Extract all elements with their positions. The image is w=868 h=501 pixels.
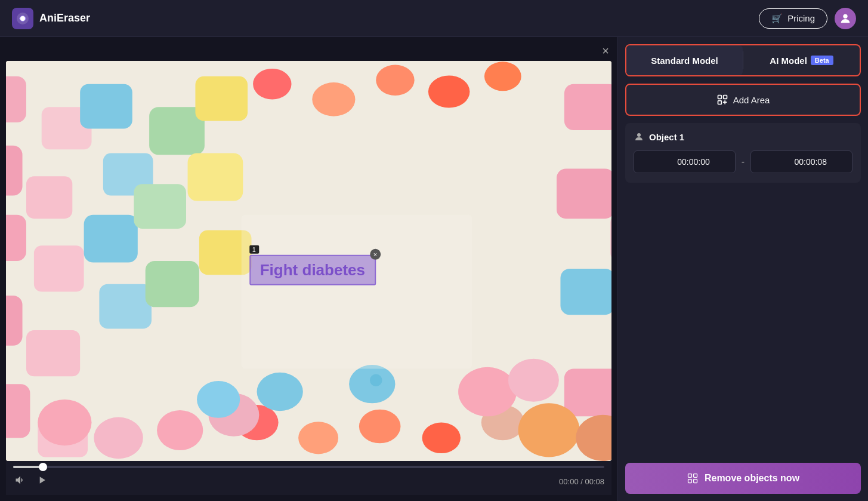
- video-progress-bar[interactable]: [13, 466, 604, 468]
- svg-rect-15: [80, 84, 132, 129]
- svg-point-47: [518, 403, 580, 457]
- model-selector: Standard Model AI Model Beta: [625, 44, 861, 76]
- avatar-icon: [839, 12, 852, 25]
- svg-point-44: [94, 417, 143, 459]
- close-video-button[interactable]: ×: [602, 44, 609, 58]
- svg-point-39: [298, 422, 338, 454]
- start-time-input[interactable]: [634, 151, 736, 173]
- start-time-group: ▲ ▼: [634, 150, 736, 173]
- video-container: 1 × Fight diabetes: [6, 61, 611, 461]
- svg-point-3: [843, 14, 847, 18]
- svg-point-34: [312, 82, 355, 116]
- svg-rect-31: [564, 368, 611, 416]
- svg-point-35: [376, 64, 414, 96]
- add-area-label: Add Area: [733, 95, 770, 105]
- svg-point-53: [458, 367, 517, 416]
- svg-point-49: [197, 381, 240, 418]
- app-header: AniEraser 🛒 Pricing: [0, 0, 868, 37]
- header-left: AniEraser: [12, 8, 90, 29]
- svg-rect-10: [34, 245, 84, 291]
- standard-model-label: Standard Model: [651, 56, 718, 66]
- volume-button[interactable]: [13, 473, 27, 490]
- video-background: 1 × Fight diabetes: [6, 61, 611, 461]
- object-card-1: Object 1 ▲ ▼ - ▲ ▼: [625, 123, 861, 183]
- svg-point-54: [508, 359, 559, 402]
- svg-point-59: [637, 133, 641, 137]
- pricing-label: Pricing: [787, 13, 815, 23]
- svg-point-40: [359, 410, 401, 444]
- controls-left: [13, 473, 49, 490]
- person-icon: [634, 131, 644, 142]
- svg-rect-62: [688, 480, 691, 483]
- ai-model-tab[interactable]: AI Model Beta: [743, 45, 860, 75]
- object-title-1: Object 1: [649, 132, 684, 142]
- remove-objects-label: Remove objects now: [705, 473, 799, 484]
- selection-text: Fight diabetes: [260, 261, 365, 279]
- cart-icon: 🛒: [771, 13, 783, 24]
- svg-rect-13: [6, 384, 30, 438]
- range-dash: -: [742, 156, 745, 167]
- pricing-button[interactable]: 🛒 Pricing: [759, 8, 827, 29]
- svg-rect-7: [6, 146, 23, 196]
- svg-rect-9: [6, 215, 26, 261]
- svg-rect-61: [694, 474, 697, 478]
- svg-rect-58: [718, 101, 721, 104]
- svg-rect-63: [694, 480, 697, 483]
- end-time-input[interactable]: [751, 151, 852, 173]
- header-right: 🛒 Pricing: [759, 8, 856, 29]
- svg-point-36: [428, 75, 470, 107]
- right-panel: Standard Model AI Model Beta Add Area: [617, 37, 868, 501]
- svg-rect-28: [610, 215, 611, 261]
- video-panel: ×: [0, 37, 617, 501]
- remove-objects-button[interactable]: Remove objects now: [625, 463, 861, 494]
- video-controls: 00:00 / 00:08: [6, 461, 611, 495]
- app-logo-icon: [12, 8, 33, 29]
- svg-rect-8: [26, 176, 72, 219]
- app-name: AniEraser: [39, 12, 90, 24]
- time-range-1: ▲ ▼ - ▲ ▼: [634, 150, 852, 173]
- object-selection-box[interactable]: 1 × Fight diabetes: [249, 255, 376, 285]
- svg-rect-12: [26, 330, 80, 376]
- selection-number-label: 1: [249, 245, 259, 254]
- remove-icon: [687, 472, 699, 484]
- svg-rect-27: [557, 168, 611, 219]
- svg-rect-20: [134, 184, 186, 229]
- svg-rect-18: [99, 284, 152, 329]
- svg-point-2: [20, 16, 25, 21]
- svg-rect-17: [84, 215, 138, 263]
- beta-badge: Beta: [811, 56, 833, 65]
- volume-icon: [14, 474, 26, 486]
- svg-point-33: [253, 69, 291, 100]
- svg-rect-29: [560, 269, 611, 315]
- progress-thumb: [39, 463, 47, 471]
- main-content: ×: [0, 37, 868, 501]
- controls-row: 00:00 / 00:08: [13, 473, 604, 490]
- svg-rect-11: [6, 296, 23, 346]
- svg-point-50: [257, 373, 303, 411]
- svg-rect-55: [242, 215, 472, 369]
- standard-model-tab[interactable]: Standard Model: [626, 45, 743, 75]
- object-header-1: Object 1: [634, 131, 852, 142]
- svg-point-37: [484, 62, 521, 91]
- svg-rect-57: [723, 96, 727, 99]
- play-button[interactable]: [35, 473, 49, 490]
- svg-point-52: [370, 374, 382, 386]
- svg-rect-60: [688, 474, 691, 478]
- svg-rect-56: [718, 96, 721, 99]
- svg-point-45: [157, 410, 203, 450]
- svg-point-41: [422, 423, 461, 454]
- end-time-group: ▲ ▼: [750, 150, 852, 173]
- svg-rect-23: [188, 153, 243, 201]
- add-area-button[interactable]: Add Area: [625, 84, 861, 116]
- svg-rect-21: [146, 261, 199, 307]
- time-display: 00:00 / 00:08: [559, 477, 604, 486]
- svg-rect-22: [195, 76, 248, 121]
- add-area-icon: [716, 94, 728, 106]
- play-icon: [36, 474, 48, 486]
- svg-rect-25: [564, 84, 611, 130]
- svg-rect-5: [6, 76, 26, 122]
- ai-model-label: AI Model: [770, 56, 807, 66]
- svg-point-43: [38, 399, 91, 445]
- user-avatar[interactable]: [835, 8, 856, 29]
